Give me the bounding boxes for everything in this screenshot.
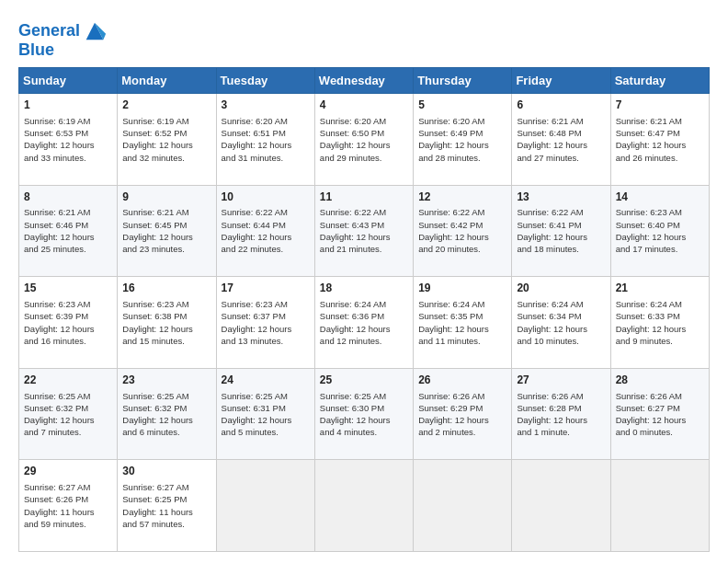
- day-info-line: Sunrise: 6:20 AM: [222, 115, 310, 127]
- day-info-line: Daylight: 12 hours: [222, 139, 310, 151]
- day-number: 10: [222, 190, 310, 205]
- day-info-line: and 31 minutes.: [222, 152, 310, 164]
- day-info-line: Daylight: 12 hours: [517, 139, 605, 151]
- calendar-cell: 10Sunrise: 6:22 AMSunset: 6:44 PMDayligh…: [216, 185, 314, 277]
- day-info-line: Sunrise: 6:26 AM: [517, 390, 605, 402]
- day-info-line: Sunrise: 6:24 AM: [616, 298, 704, 310]
- day-info-line: Sunrise: 6:24 AM: [320, 298, 408, 310]
- day-info-line: Daylight: 12 hours: [122, 231, 210, 243]
- day-info-line: and 12 minutes.: [320, 335, 408, 347]
- day-info-line: Daylight: 12 hours: [320, 139, 408, 151]
- day-info-line: Sunset: 6:37 PM: [222, 310, 310, 322]
- day-info-line: Sunset: 6:26 PM: [24, 493, 112, 505]
- logo-text: General: [18, 22, 80, 40]
- day-info-line: Daylight: 12 hours: [517, 414, 605, 426]
- day-number: 20: [517, 281, 605, 296]
- day-info-line: Sunrise: 6:25 AM: [320, 390, 408, 402]
- day-info-line: and 21 minutes.: [320, 243, 408, 255]
- day-info-line: and 26 minutes.: [616, 152, 704, 164]
- day-info-line: Sunset: 6:34 PM: [517, 310, 605, 322]
- day-info-line: Daylight: 12 hours: [418, 231, 506, 243]
- day-info-line: and 57 minutes.: [122, 518, 210, 530]
- calendar-cell: 19Sunrise: 6:24 AMSunset: 6:35 PMDayligh…: [414, 277, 512, 369]
- day-info-line: and 59 minutes.: [24, 518, 112, 530]
- day-number: 24: [222, 373, 310, 388]
- day-info-line: and 32 minutes.: [122, 152, 210, 164]
- day-info-line: and 20 minutes.: [418, 243, 506, 255]
- week-row-4: 22Sunrise: 6:25 AMSunset: 6:32 PMDayligh…: [19, 368, 710, 460]
- day-info-line: Sunset: 6:43 PM: [320, 219, 408, 231]
- day-info-line: Daylight: 12 hours: [320, 323, 408, 335]
- day-info-line: Daylight: 12 hours: [616, 139, 704, 151]
- day-info-line: and 29 minutes.: [320, 152, 408, 164]
- day-info-line: Sunset: 6:35 PM: [418, 310, 506, 322]
- weekday-sunday: Sunday: [19, 68, 118, 94]
- day-info-line: Sunrise: 6:21 AM: [24, 206, 112, 218]
- day-info-line: and 1 minute.: [517, 426, 605, 438]
- day-info-line: Sunrise: 6:25 AM: [222, 390, 310, 402]
- calendar-cell: 21Sunrise: 6:24 AMSunset: 6:33 PMDayligh…: [610, 277, 709, 369]
- day-info-line: Sunset: 6:45 PM: [122, 219, 210, 231]
- day-info-line: and 16 minutes.: [24, 335, 112, 347]
- day-info-line: and 33 minutes.: [24, 152, 112, 164]
- day-info-line: Sunrise: 6:22 AM: [222, 206, 310, 218]
- day-info-line: and 17 minutes.: [616, 243, 704, 255]
- day-info-line: Sunset: 6:33 PM: [616, 310, 704, 322]
- calendar-cell: 6Sunrise: 6:21 AMSunset: 6:48 PMDaylight…: [512, 94, 610, 186]
- day-info-line: Sunrise: 6:23 AM: [122, 298, 210, 310]
- day-info-line: Daylight: 12 hours: [222, 231, 310, 243]
- day-info-line: Sunrise: 6:21 AM: [616, 115, 704, 127]
- calendar-cell: 14Sunrise: 6:23 AMSunset: 6:40 PMDayligh…: [610, 185, 709, 277]
- calendar-cell: 7Sunrise: 6:21 AMSunset: 6:47 PMDaylight…: [610, 94, 709, 186]
- day-number: 5: [418, 98, 506, 113]
- day-info-line: Daylight: 12 hours: [616, 414, 704, 426]
- calendar-cell: 12Sunrise: 6:22 AMSunset: 6:42 PMDayligh…: [414, 185, 512, 277]
- day-number: 19: [418, 281, 506, 296]
- calendar-cell: 16Sunrise: 6:23 AMSunset: 6:38 PMDayligh…: [118, 277, 216, 369]
- page: General Blue SundayMondayTuesdayWednesda…: [0, 0, 728, 563]
- day-info-line: Sunrise: 6:23 AM: [616, 206, 704, 218]
- day-number: 28: [616, 373, 704, 388]
- calendar-cell: [610, 460, 709, 552]
- day-info-line: Sunset: 6:46 PM: [24, 219, 112, 231]
- day-info-line: and 11 minutes.: [418, 335, 506, 347]
- day-info-line: Daylight: 12 hours: [24, 323, 112, 335]
- day-number: 16: [122, 281, 210, 296]
- day-info-line: and 13 minutes.: [222, 335, 310, 347]
- day-info-line: and 0 minutes.: [616, 426, 704, 438]
- day-number: 23: [122, 373, 210, 388]
- calendar-cell: 17Sunrise: 6:23 AMSunset: 6:37 PMDayligh…: [216, 277, 314, 369]
- day-info-line: Daylight: 12 hours: [24, 231, 112, 243]
- day-info-line: Sunset: 6:31 PM: [222, 402, 310, 414]
- calendar-cell: 26Sunrise: 6:26 AMSunset: 6:29 PMDayligh…: [414, 368, 512, 460]
- logo-icon: [82, 18, 108, 44]
- calendar-cell: [512, 460, 610, 552]
- calendar-cell: 27Sunrise: 6:26 AMSunset: 6:28 PMDayligh…: [512, 368, 610, 460]
- day-info-line: and 9 minutes.: [616, 335, 704, 347]
- header: General Blue: [18, 15, 710, 60]
- day-number: 15: [24, 281, 112, 296]
- day-info-line: Sunrise: 6:22 AM: [320, 206, 408, 218]
- day-info-line: Sunset: 6:47 PM: [616, 127, 704, 139]
- day-info-line: Sunset: 6:25 PM: [122, 493, 210, 505]
- day-info-line: Sunset: 6:49 PM: [418, 127, 506, 139]
- day-number: 17: [222, 281, 310, 296]
- calendar-cell: [414, 460, 512, 552]
- day-info-line: Sunrise: 6:25 AM: [122, 390, 210, 402]
- day-info-line: Sunrise: 6:27 AM: [24, 481, 112, 493]
- logo: General Blue: [18, 18, 108, 60]
- day-info-line: Sunset: 6:27 PM: [616, 402, 704, 414]
- day-info-line: Sunrise: 6:23 AM: [222, 298, 310, 310]
- calendar-cell: 18Sunrise: 6:24 AMSunset: 6:36 PMDayligh…: [314, 277, 413, 369]
- calendar-cell: 24Sunrise: 6:25 AMSunset: 6:31 PMDayligh…: [216, 368, 314, 460]
- calendar-body: 1Sunrise: 6:19 AMSunset: 6:53 PMDaylight…: [19, 94, 710, 552]
- day-info-line: Sunset: 6:40 PM: [616, 219, 704, 231]
- day-info-line: Sunset: 6:50 PM: [320, 127, 408, 139]
- weekday-wednesday: Wednesday: [314, 68, 413, 94]
- day-number: 29: [24, 464, 112, 479]
- calendar-cell: 30Sunrise: 6:27 AMSunset: 6:25 PMDayligh…: [118, 460, 216, 552]
- day-info-line: Sunset: 6:44 PM: [222, 219, 310, 231]
- day-number: 4: [320, 98, 408, 113]
- calendar-cell: 13Sunrise: 6:22 AMSunset: 6:41 PMDayligh…: [512, 185, 610, 277]
- week-row-3: 15Sunrise: 6:23 AMSunset: 6:39 PMDayligh…: [19, 277, 710, 369]
